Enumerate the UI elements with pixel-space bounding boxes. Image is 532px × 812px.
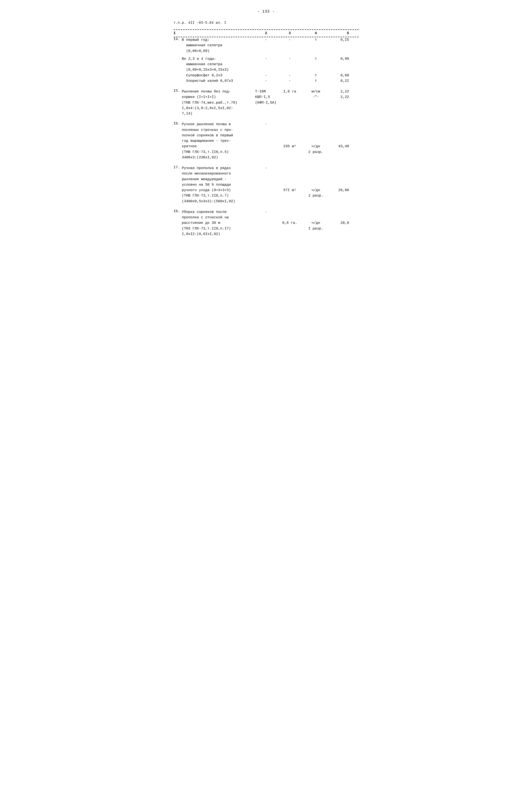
section-14-number: I4. — [174, 37, 182, 84]
s18-col5: 20,0 — [330, 209, 349, 237]
section-17-body: Ручная прополка в рядах после механизиро… — [182, 165, 359, 204]
section-14-entry-3-text: Суперфосфат 0,2x3 — [182, 73, 254, 78]
s16-col4: ч/дн2 разр. — [302, 121, 330, 160]
section-18: I8. Уборка сорняков после прополки с отн… — [174, 209, 359, 237]
section-16-number: I6. — [174, 121, 182, 160]
s15-col4: м/см-"- — [302, 89, 330, 116]
section-15: I5. Рыхление почвы без под- кормки (I+I+… — [174, 89, 359, 116]
section-15-number: I5. — [174, 89, 182, 116]
col-header-2: 2 — [254, 31, 278, 35]
s14-e1-col4: т — [302, 37, 330, 54]
col-header-3: 3 — [278, 31, 302, 35]
s14-e1-col3: - — [278, 37, 302, 54]
section-18-main-row: Уборка сорняков после прополки с относко… — [182, 209, 359, 237]
s16-col3: 235 м² — [278, 121, 302, 160]
s14-e1-col2: - — [254, 37, 278, 54]
section-14-entry-4-data: - - т 0,2I — [254, 78, 349, 84]
s18-col2: - — [254, 209, 278, 237]
column-headers: I 2 3 4 5 — [174, 30, 359, 37]
section-14: I4. В первый год: аммиачная селитра (0,0… — [174, 37, 359, 84]
s17-col2: - — [254, 165, 278, 204]
section-14-entry-1: В первый год: аммиачная селитра (0,06+0,… — [182, 37, 359, 54]
section-14-entry-1-text: В первый год: аммиачная селитра (0,06+0,… — [182, 37, 254, 54]
section-15-body: Рыхление почвы без под- кормки (I+I+I+I)… — [182, 89, 359, 116]
section-17-number: I7. — [174, 165, 182, 204]
col-header-4: 4 — [302, 31, 330, 35]
s14-e1-col5: 0,I5 — [330, 37, 349, 54]
s17-col5: 26,80 — [330, 165, 349, 204]
s14-e4-col2: - — [254, 78, 278, 84]
s14-e2-col4: т — [302, 56, 330, 73]
s17-col4: ч/дн2 разр. — [302, 165, 330, 204]
s15-col5: 2,222,22 — [330, 89, 349, 116]
section-14-entry-3-data: - - т 0,60 — [254, 73, 349, 78]
s16-col2: - — [254, 121, 278, 160]
section-14-entry-2-text: Во 2,3 и 4 годы: аммиачная селитра (0,09… — [182, 56, 254, 73]
col-header-1: I — [174, 31, 254, 35]
section-14-body: В первый год: аммиачная селитра (0,06+0,… — [182, 37, 359, 84]
col-header-5: 5 — [330, 31, 349, 35]
section-14-entry-2-data: - - т 0,99 — [254, 56, 349, 73]
s18-col3: 0,6 га. — [278, 209, 302, 237]
section-14-entry-4-text: Хлористый калий 0,07x3 — [182, 78, 254, 84]
section-14-entry-2: Во 2,3 и 4 годы: аммиачная селитра (0,09… — [182, 56, 359, 73]
section-15-data: Т-I6МКШП-I,5(КФП-I,5А) I,8 га м/см-"- 2,… — [254, 89, 349, 116]
section-16-text: Ручное рыхление почвы в посеяных строчка… — [182, 121, 254, 160]
section-16: I6. Ручное рыхление почвы в посеяных стр… — [174, 121, 359, 160]
section-18-body: Уборка сорняков после прополки с относко… — [182, 209, 359, 237]
section-18-text: Уборка сорняков после прополки с относко… — [182, 209, 254, 237]
s14-e2-col2: - — [254, 56, 278, 73]
section-14-entry-4: Хлористый калий 0,07x3 - - т 0,2I — [182, 78, 359, 84]
section-16-body: Ручное рыхление почвы в посеяных строчка… — [182, 121, 359, 160]
section-14-entry-3: Суперфосфат 0,2x3 - - т 0,60 — [182, 73, 359, 78]
s14-e2-col5: 0,99 — [330, 56, 349, 73]
s14-e4-col5: 0,2I — [330, 78, 349, 84]
section-14-entry-1-data: - - т 0,I5 — [254, 37, 349, 54]
section-15-text: Рыхление почвы без под- кормки (I+I+I+I)… — [182, 89, 254, 116]
section-15-main-row: Рыхление почвы без под- кормки (I+I+I+I)… — [182, 89, 359, 116]
s16-col5: 43,40 — [330, 121, 349, 160]
doc-meta: т.п.р. 4II -03-5.84 ал. I — [174, 21, 359, 25]
section-18-number: I8. — [174, 209, 182, 237]
s18-col4: ч/днI разр. — [302, 209, 330, 237]
s15-col2: Т-I6МКШП-I,5(КФП-I,5А) — [254, 89, 278, 116]
s14-e3-col5: 0,60 — [330, 73, 349, 78]
s14-e4-col4: т — [302, 78, 330, 84]
s14-e2-col3: - — [278, 56, 302, 73]
section-17-text: Ручная прополка в рядах после механизиро… — [182, 165, 254, 204]
s15-col3: I,8 га — [278, 89, 302, 116]
section-16-data: - 235 м² ч/дн2 разр. 43,40 — [254, 121, 349, 160]
s14-e4-col3: - — [278, 78, 302, 84]
s17-col3: 57I м² — [278, 165, 302, 204]
section-17-main-row: Ручная прополка в рядах после механизиро… — [182, 165, 359, 204]
s14-e3-col2: - — [254, 73, 278, 78]
section-16-main-row: Ручное рыхление почвы в посеяных строчка… — [182, 121, 359, 160]
s14-e3-col4: т — [302, 73, 330, 78]
s14-e3-col3: - — [278, 73, 302, 78]
section-17-data: - 57I м² ч/дн2 разр. 26,80 — [254, 165, 349, 204]
section-17: I7. Ручная прополка в рядах после механи… — [174, 165, 359, 204]
section-18-data: - 0,6 га. ч/днI разр. 20,0 — [254, 209, 349, 237]
page-header: - 133 - — [174, 10, 359, 14]
